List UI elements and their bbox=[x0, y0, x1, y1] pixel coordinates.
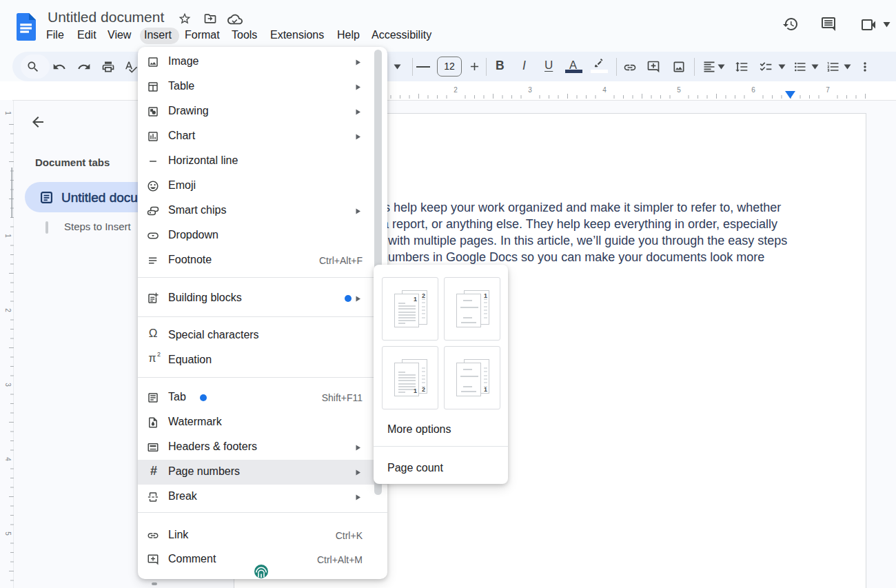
svg-text:4: 4 bbox=[4, 457, 12, 461]
svg-text:4: 4 bbox=[602, 86, 607, 94]
svg-text:6: 6 bbox=[751, 86, 755, 94]
svg-text:5: 5 bbox=[677, 86, 681, 94]
svg-text:5: 5 bbox=[4, 531, 12, 536]
svg-text:1: 1 bbox=[4, 234, 12, 238]
svg-text:3: 3 bbox=[528, 86, 532, 94]
svg-text:7: 7 bbox=[826, 86, 830, 94]
svg-text:1: 1 bbox=[4, 111, 12, 115]
svg-text:2: 2 bbox=[454, 86, 458, 94]
svg-text:3: 3 bbox=[4, 383, 12, 387]
svg-text:2: 2 bbox=[4, 308, 12, 312]
